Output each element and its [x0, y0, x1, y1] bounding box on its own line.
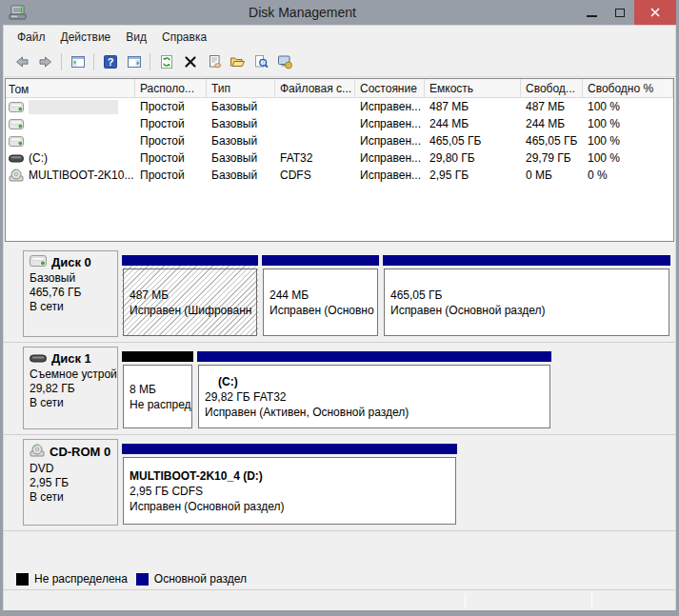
- cell-status: Исправен...: [355, 100, 425, 113]
- help-icon: ?: [103, 54, 118, 70]
- titlebar[interactable]: Disk Management: [3, 0, 676, 25]
- disk-row-2: CD-ROM 0 DVD 2,95 ГБ В сети MULTIBOOT-2K…: [4, 435, 675, 531]
- help-button[interactable]: ?: [98, 50, 122, 73]
- column-header-layout[interactable]: Располо...: [135, 79, 207, 97]
- cell-type: Базовый: [207, 117, 275, 130]
- cell-capacity: 244 МБ: [425, 117, 521, 130]
- cell-status: Исправен...: [355, 134, 425, 148]
- disk-1-header[interactable]: Диск 1 Съемное устройст 29,82 ГБ В сети: [23, 347, 118, 429]
- cd-rom-icon: [30, 444, 45, 460]
- settings-button[interactable]: [273, 50, 297, 73]
- cell-layout: Простой: [135, 169, 207, 182]
- partition-state: Исправен (Шифрованн: [130, 303, 256, 318]
- properties-button[interactable]: [202, 50, 226, 73]
- cell-free-pct: 100 %: [583, 100, 673, 113]
- toolbar-separator: [150, 53, 150, 70]
- disk-graph-pane: Диск 0 Базовый 465,76 ГБ В сети 487 МБ И…: [4, 247, 675, 589]
- show-action-pane-icon: [127, 54, 142, 70]
- legend-swatch-primary: [136, 573, 149, 586]
- disk-status: В сети: [30, 396, 117, 410]
- close-button[interactable]: [634, 0, 676, 25]
- toolbar-separator: [93, 53, 94, 70]
- table-row[interactable]: (C:) Простой Базовый FAT32 Исправен... 2…: [6, 149, 673, 167]
- table-row[interactable]: MULTIBOOT-2K10... Простой Базовый CDFS И…: [6, 167, 673, 184]
- cell-free-pct: 100 %: [583, 134, 673, 148]
- column-header-volume[interactable]: Том: [6, 79, 135, 97]
- table-row[interactable]: Простой Базовый Исправен... 244 МБ 244 М…: [6, 115, 673, 132]
- partition-color-bar: [197, 351, 551, 362]
- disk-0-header[interactable]: Диск 0 Базовый 465,76 ГБ В сети: [23, 250, 118, 337]
- close-icon: [649, 7, 661, 18]
- status-bar: [4, 589, 675, 610]
- table-row[interactable]: Простой Базовый Исправен... 487 МБ 487 М…: [6, 98, 673, 115]
- volume-list-header: Том Располо... Тип Файловая с... Состоян…: [6, 79, 673, 98]
- partition-state: Исправен (Основно: [270, 303, 377, 318]
- cell-capacity: 487 МБ: [425, 100, 521, 113]
- toolbar-separator: [61, 53, 62, 70]
- cell-type: Базовый: [207, 169, 275, 182]
- table-row[interactable]: Простой Базовый Исправен... 465,05 ГБ 46…: [6, 132, 673, 149]
- cdrom-header[interactable]: CD-ROM 0 DVD 2,95 ГБ В сети: [23, 439, 118, 526]
- drive-icon: [9, 134, 26, 148]
- menu-help[interactable]: Справка: [154, 28, 214, 47]
- disk-status: В сети: [30, 490, 117, 505]
- column-header-free-pct[interactable]: Свободно %: [583, 79, 673, 97]
- column-header-status[interactable]: Состояние: [355, 79, 425, 97]
- partition-state: Исправен (Основной раздел): [130, 499, 455, 514]
- open-folder-button[interactable]: [226, 50, 250, 73]
- cell-layout: Простой: [135, 100, 207, 113]
- unallocated-partition[interactable]: 8 МБ Не распред: [122, 351, 193, 428]
- column-header-capacity[interactable]: Емкость: [425, 79, 521, 97]
- show-action-pane-button[interactable]: [122, 50, 146, 73]
- delete-button[interactable]: [178, 50, 202, 73]
- forward-button[interactable]: [33, 50, 57, 73]
- back-icon: [13, 54, 30, 70]
- status-bar-separator: [591, 593, 592, 607]
- partition[interactable]: MULTIBOOT-2K10_4 (D:) 2,95 ГБ CDFS Испра…: [122, 444, 457, 525]
- disk-kind: Базовый: [30, 271, 117, 286]
- app-icon: [9, 4, 28, 21]
- maximize-button[interactable]: [606, 0, 634, 25]
- menu-view[interactable]: Вид: [118, 28, 154, 47]
- minimize-icon: [587, 15, 597, 17]
- cell-free-pct: 100 %: [583, 117, 673, 130]
- cell-type: Базовый: [207, 134, 275, 148]
- delete-icon: [183, 54, 198, 70]
- legend: Не распределена Основной раздел: [4, 568, 675, 589]
- partition[interactable]: 244 МБ Исправен (Основно: [262, 255, 379, 336]
- partition-color-bar: [122, 255, 258, 266]
- hard-disk-icon: [30, 255, 47, 269]
- partition[interactable]: (C:) 29,82 ГБ FAT32 Исправен (Активен, О…: [197, 351, 551, 428]
- show-console-tree-button[interactable]: [66, 50, 90, 73]
- partition[interactable]: 487 МБ Исправен (Шифрованн: [122, 255, 258, 336]
- settings-icon: [277, 54, 293, 70]
- find-button[interactable]: [250, 50, 273, 73]
- column-header-type[interactable]: Тип: [207, 79, 275, 97]
- menu-action[interactable]: Действие: [53, 28, 119, 47]
- cell-status: Исправен...: [355, 169, 425, 182]
- partition-size: 29,82 ГБ FAT32: [205, 389, 549, 405]
- disk-name: Диск 1: [51, 351, 91, 366]
- back-button[interactable]: [10, 50, 33, 73]
- cell-status: Исправен...: [355, 151, 425, 165]
- volume-list: Том Располо... Тип Файловая с... Состоян…: [5, 78, 674, 242]
- legend-label: Не распределена: [34, 572, 128, 586]
- disk-kind: Съемное устройст: [30, 368, 117, 382]
- refresh-button[interactable]: [154, 50, 178, 73]
- menu-file[interactable]: Файл: [10, 28, 53, 47]
- partition[interactable]: 465,05 ГБ Исправен (Основной раздел): [383, 255, 670, 336]
- disk-size: 465,76 ГБ: [30, 286, 117, 300]
- cell-free-pct: 0 %: [583, 169, 673, 182]
- disk-row-0: Диск 0 Базовый 465,76 ГБ В сети 487 МБ И…: [4, 247, 675, 343]
- column-header-free[interactable]: Свобод...: [521, 79, 583, 97]
- cell-status: Исправен...: [355, 117, 425, 130]
- disk-kind: DVD: [30, 462, 117, 476]
- menubar: Файл Действие Вид Справка: [4, 26, 675, 48]
- show-console-tree-icon: [70, 54, 86, 70]
- minimize-button[interactable]: [577, 0, 606, 25]
- legend-item-primary: Основной раздел: [136, 572, 247, 586]
- column-header-filesystem[interactable]: Файловая с...: [275, 79, 355, 97]
- cell-free: 29,79 ГБ: [521, 151, 583, 165]
- disk-size: 2,95 ГБ: [30, 476, 117, 490]
- cell-capacity: 465,05 ГБ: [425, 134, 521, 148]
